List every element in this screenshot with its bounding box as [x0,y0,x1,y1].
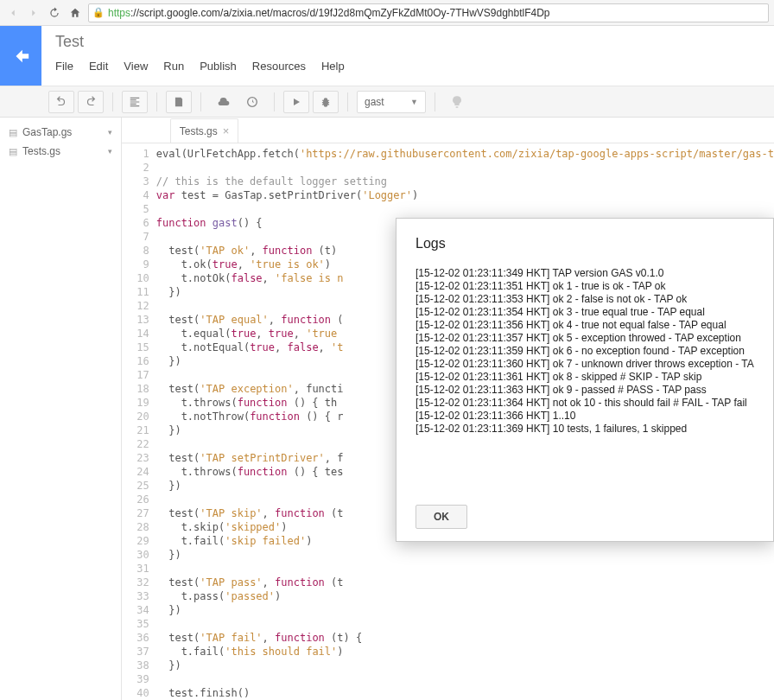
file-name: Tests.gs [22,145,60,157]
toolbar-separator [274,92,275,111]
log-line: [15-12-02 01:23:11:366 HKT] 1..10 [416,410,754,423]
file-item[interactable]: ▤GasTap.gs▾ [0,123,121,142]
undo-button[interactable] [48,91,74,113]
function-name: gast [365,96,384,108]
function-select[interactable]: gast ▼ [357,91,426,113]
log-line: [15-12-02 01:23:11:353 HKT] ok 2 - false… [416,293,754,306]
log-line: [15-12-02 01:23:11:354 HKT] ok 3 - true … [416,306,754,319]
toolbar-separator [435,92,435,111]
line-gutter: 1234567891011121314151617181920212223242… [122,147,156,700]
menu-bar: FileEditViewRunPublishResourcesHelp [55,56,760,76]
menu-view[interactable]: View [124,56,148,76]
logs-title: Logs [416,236,754,251]
redo-button[interactable] [78,91,104,113]
menu-publish[interactable]: Publish [200,56,237,76]
toolbar-separator [200,92,201,111]
chevron-down-icon: ▾ [108,128,112,137]
menu-run[interactable]: Run [163,56,184,76]
log-line: [15-12-02 01:23:11:363 HKT] ok 9 - passe… [416,384,754,397]
browser-toolbar: 🔒 https ://script.google.com/a/zixia.net… [0,0,774,26]
back-icon[interactable] [5,5,21,21]
log-line: [15-12-02 01:23:11:349 HKT] TAP version … [416,267,754,280]
url-rest: ://script.google.com/a/zixia.net/macros/… [130,7,550,19]
lock-icon: 🔒 [92,7,105,18]
url-bar[interactable]: 🔒 https ://script.google.com/a/zixia.net… [88,3,769,22]
toolbar-separator [156,92,157,111]
file-name: GasTap.gs [22,126,72,138]
forward-icon[interactable] [26,5,41,21]
file-icon: ▤ [9,146,17,157]
log-line: [15-12-02 01:23:11:364 HKT] not ok 10 - … [416,397,754,410]
home-icon[interactable] [67,5,83,21]
toolbar-separator [347,92,348,111]
editor-tabs: Tests.gs × [122,118,774,143]
file-icon: ▤ [9,127,17,138]
debug-button[interactable] [313,91,339,113]
chevron-down-icon: ▾ [108,147,112,156]
reload-icon[interactable] [47,5,62,21]
log-output: [15-12-02 01:23:11:349 HKT] TAP version … [416,267,754,436]
run-button[interactable] [283,91,309,113]
deploy-icon[interactable] [210,91,236,113]
close-icon[interactable]: × [223,124,230,137]
url-https: https [108,7,130,19]
file-item[interactable]: ▤Tests.gs▾ [0,142,121,161]
indent-button[interactable] [122,91,148,113]
project-title[interactable]: Test [55,33,760,51]
ok-button[interactable]: OK [416,505,467,529]
app-header: Test FileEditViewRunPublishResourcesHelp [0,26,774,86]
log-line: [15-12-02 01:23:11:360 HKT] ok 7 - unkno… [416,358,754,371]
tab-label: Tests.gs [180,125,218,137]
logs-dialog: Logs [15-12-02 01:23:11:349 HKT] TAP ver… [396,218,774,542]
chevron-down-icon: ▼ [410,98,418,106]
toolbar-separator [112,92,113,111]
log-line: [15-12-02 01:23:11:361 HKT] ok 8 - skipp… [416,371,754,384]
app-back-button[interactable] [0,26,41,86]
log-line: [15-12-02 01:23:11:356 HKT] ok 4 - true … [416,319,754,332]
log-line: [15-12-02 01:23:11:357 HKT] ok 5 - excep… [416,332,754,345]
toolbar: gast ▼ [0,86,774,118]
log-line: [15-12-02 01:23:11:351 HKT] ok 1 - true … [416,280,754,293]
log-line: [15-12-02 01:23:11:359 HKT] ok 6 - no ex… [416,345,754,358]
log-line: [15-12-02 01:23:11:369 HKT] 10 tests, 1 … [416,423,754,436]
menu-file[interactable]: File [55,56,73,76]
sidebar: ▤GasTap.gs▾▤Tests.gs▾ [0,118,122,700]
save-button[interactable] [166,91,192,113]
menu-help[interactable]: Help [321,56,345,76]
editor-tab[interactable]: Tests.gs × [170,118,239,143]
menu-resources[interactable]: Resources [252,56,306,76]
lightbulb-icon[interactable] [444,91,470,113]
triggers-icon[interactable] [239,91,265,113]
menu-edit[interactable]: Edit [89,56,108,76]
